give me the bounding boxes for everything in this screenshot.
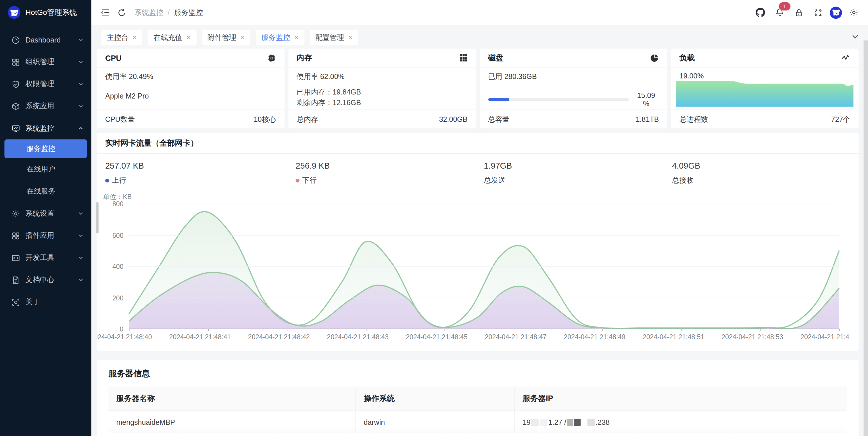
- org-grid-icon: [11, 58, 20, 66]
- server-ip-cell: 191.27 / .238: [515, 411, 847, 433]
- sidebar-subitem-label: 在线服务: [26, 187, 55, 197]
- tab-label: 附件管理: [208, 32, 236, 42]
- tab-list-chevron-icon[interactable]: [850, 32, 860, 42]
- tab-recharge[interactable]: 在线充值 ✕: [148, 30, 196, 45]
- shield-check-icon: [11, 79, 20, 89]
- traffic-stat-sent: 1.97GB 总发送: [484, 161, 512, 185]
- trend-line-icon: [841, 53, 850, 63]
- document-icon: [11, 275, 20, 284]
- cpu-footer-label: CPU数量: [105, 114, 135, 124]
- disk-footer-value: 1.81TB: [636, 115, 659, 124]
- x-tick-label: 2024-04-21 21:48:41: [169, 333, 231, 341]
- traffic-stat-down: 256.9 KB 下行: [296, 161, 330, 185]
- monitor-chart-icon: [11, 124, 20, 133]
- x-tick-mark: [366, 329, 366, 331]
- tab-close-icon[interactable]: ✕: [186, 34, 191, 40]
- top-bar: 系统监控 / 服务监控 1: [91, 0, 868, 26]
- load-footer-value: 727个: [831, 114, 850, 124]
- notification-bell[interactable]: 1: [772, 4, 787, 21]
- tab-label: 主控台: [107, 32, 128, 42]
- sidebar-item-label: 文档中心: [26, 275, 73, 285]
- traffic-stat-received: 4.09GB 总接收: [672, 161, 700, 185]
- tab-close-icon[interactable]: ✕: [132, 34, 137, 40]
- top-bar-actions: 1: [752, 0, 861, 25]
- col-server-ip: 服务器IP: [515, 387, 847, 410]
- x-tick-mark: [760, 329, 761, 331]
- table-row: mengshuaideMBP darwin 191.27 / .238: [108, 410, 847, 433]
- gridline: [129, 235, 839, 236]
- cpu-card-title: CPU: [105, 54, 122, 62]
- x-tick-label: 2024-04-21 21:48:40: [97, 333, 152, 341]
- load-card: 负载 19.00% 总进程数 727个: [671, 48, 859, 128]
- refresh-icon[interactable]: [114, 4, 130, 21]
- memory-free-text: 剩余内存：12.16GB: [297, 97, 468, 108]
- sidebar-subitem-online-services[interactable]: 在线服务: [0, 180, 91, 202]
- x-tick-mark: [524, 329, 524, 331]
- tab-close-icon[interactable]: ✕: [240, 34, 245, 40]
- sidebar-item-dev-tools[interactable]: 开发工具: [0, 247, 91, 269]
- traffic-card: 实时网卡流量（全部网卡） 257.07 KB 上行 256.9 KB 下行 1.…: [97, 133, 859, 351]
- plugin-grid-icon: [11, 231, 20, 240]
- tab-console[interactable]: 主控台 ✕: [101, 30, 142, 45]
- server-info-card: 服务器信息 服务器名称 操作系统 服务器IP mengshuaideMBP da…: [97, 360, 859, 436]
- content-scrollbar-thumb[interactable]: [96, 202, 99, 234]
- load-value-text: 19.00%: [679, 72, 850, 80]
- vertical-scrollbar[interactable]: [864, 40, 868, 436]
- lock-icon[interactable]: [791, 4, 806, 21]
- chevron-down-icon: [78, 211, 84, 216]
- sidebar-item-dashboard[interactable]: Dashboard: [0, 29, 91, 51]
- breadcrumb: 系统监控 / 服务监控: [134, 7, 203, 18]
- sidebar-item-plugins[interactable]: 插件应用: [0, 225, 91, 247]
- legend-dot-down: [296, 178, 299, 182]
- breadcrumb-parent[interactable]: 系统监控: [134, 7, 163, 18]
- ip-redaction-block: [587, 418, 595, 426]
- x-tick-mark: [129, 329, 130, 331]
- dev-tools-icon: [11, 253, 20, 262]
- github-icon[interactable]: [752, 4, 768, 21]
- cube-icon: [11, 102, 20, 110]
- x-tick-label: 2024-04-21 21:48:51: [643, 333, 705, 341]
- notification-badge: 1: [779, 2, 790, 10]
- sidebar-subitem-online-users[interactable]: 在线用户: [0, 158, 91, 180]
- tab-label: 配置管理: [315, 32, 344, 42]
- tab-bar: 主控台 ✕ 在线充值 ✕ 附件管理 ✕ 服务监控 ✕ 配置管理 ✕: [91, 25, 868, 50]
- chevron-down-icon: [78, 233, 84, 238]
- sidebar-item-system-monitor[interactable]: 系统监控: [0, 117, 91, 139]
- ip-redaction-block: [574, 418, 581, 426]
- tab-service-monitor[interactable]: 服务监控 ✕: [256, 30, 304, 45]
- sidebar-item-permission[interactable]: 权限管理: [0, 73, 91, 95]
- sidebar-item-docs[interactable]: 文档中心: [0, 269, 91, 291]
- fullscreen-icon[interactable]: [810, 4, 826, 21]
- tab-config[interactable]: 配置管理 ✕: [310, 30, 358, 45]
- user-avatar[interactable]: [830, 6, 842, 19]
- disk-footer-label: 总容量: [488, 114, 509, 124]
- gridline: [129, 204, 839, 204]
- memory-card-title: 内存: [297, 53, 312, 63]
- tab-attachments[interactable]: 附件管理 ✕: [202, 30, 250, 45]
- x-tick-mark: [208, 329, 208, 331]
- load-footer-label: 总进程数: [679, 114, 708, 124]
- tab-close-icon[interactable]: ✕: [294, 34, 299, 40]
- sidebar-subitem-service-monitor[interactable]: 服务监控: [4, 139, 87, 158]
- table-header-row: 服务器名称 操作系统 服务器IP: [108, 387, 847, 410]
- ip-redaction-block: [567, 418, 573, 426]
- disk-progress-fill: [488, 98, 509, 101]
- settings-gear-icon[interactable]: [846, 4, 861, 21]
- x-tick-mark: [839, 329, 840, 331]
- pie-chart-icon: [650, 54, 659, 62]
- sidebar-item-system-app[interactable]: 系统应用: [0, 95, 91, 117]
- tab-label: 在线充值: [153, 32, 182, 42]
- tab-close-icon[interactable]: ✕: [348, 34, 353, 40]
- sidebar-item-about[interactable]: 关于: [0, 291, 91, 313]
- disk-card-title: 磁盘: [488, 53, 503, 63]
- sidebar-item-org[interactable]: 组织管理: [0, 51, 91, 73]
- cpu-card: CPU 使用率 20.49% Apple M2 Pro CPU数量 10核心: [97, 48, 284, 128]
- sidebar-item-label: 权限管理: [26, 79, 73, 89]
- x-tick-label: 2024-04-21 21:4: [801, 333, 849, 341]
- sidebar-item-system-settings[interactable]: 系统设置: [0, 202, 91, 225]
- menu-fold-icon[interactable]: [97, 4, 114, 21]
- y-tick-label: 600: [98, 232, 124, 239]
- gridline: [129, 266, 839, 267]
- app-logo[interactable]: HotGo管理系统: [0, 0, 91, 19]
- sidebar-item-label: Dashboard: [26, 36, 73, 44]
